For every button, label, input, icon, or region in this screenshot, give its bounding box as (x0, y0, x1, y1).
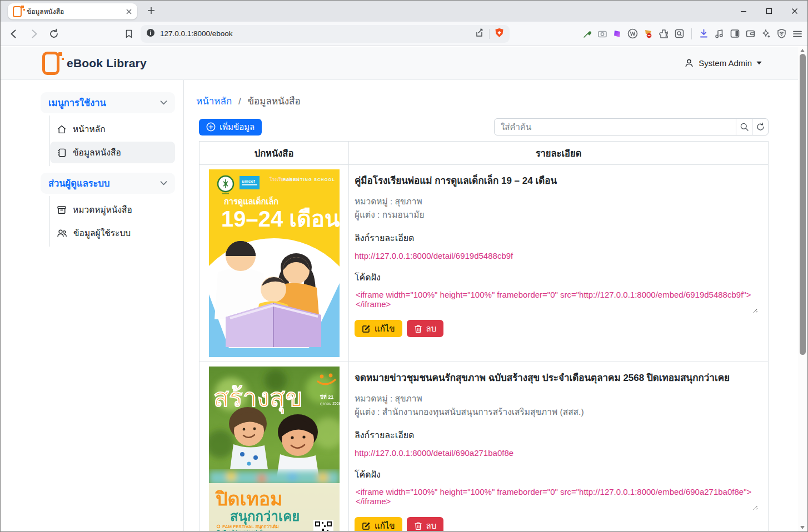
browser-toolbar: 127.0.0.1:8000/ebook (1, 22, 807, 46)
breadcrumb-home-link[interactable]: หน้าหลัก (196, 96, 232, 107)
section-label: เมนูการใช้งาน (48, 96, 106, 110)
maximize-button[interactable] (756, 1, 782, 22)
url-bar[interactable]: 127.0.0.1:8000/ebook (141, 25, 510, 43)
svg-text:ปิดเทอม: ปิดเทอม (215, 488, 282, 509)
edit-button[interactable]: แก้ไข (355, 517, 402, 531)
svg-text:เรียนรู้ผ่านแพลตฟอร์ม SHARE&CA: เรียนรู้ผ่านแพลตฟอร์ม SHARE&CARE (222, 529, 298, 531)
window-controls (731, 1, 807, 22)
pencil-square-icon (362, 324, 371, 333)
add-record-button[interactable]: เพิ่มข้อมูล (199, 119, 262, 135)
svg-text:unicef: unicef (242, 179, 255, 184)
brave-shield-icon[interactable] (495, 28, 504, 40)
site-info-icon[interactable] (146, 28, 155, 39)
user-menu[interactable]: System Admin (684, 58, 762, 68)
user-name: System Admin (699, 58, 752, 68)
sidebar-item-label: ข้อมูลผู้ใช้ระบบ (73, 226, 131, 240)
close-button[interactable] (782, 1, 807, 22)
sidebar-item-books[interactable]: ข้อมูลหนังสือ (50, 142, 175, 163)
scroll-up-icon[interactable] (800, 49, 805, 52)
bookmark-icon[interactable] (124, 29, 134, 39)
sidebar-toggle-icon[interactable] (730, 28, 740, 39)
delete-label: ลบ (426, 322, 437, 335)
reload-icon[interactable] (48, 28, 59, 39)
browser-tab[interactable]: ข้อมูลหนังสือ (8, 3, 137, 19)
tab-title: ข้อมูลหนังสือ (27, 6, 121, 17)
embed-label: โค้ดฝัง (355, 468, 760, 481)
search-group (494, 118, 769, 135)
embed-code-textarea[interactable]: <iframe width="100%" height="100%" frame… (355, 289, 758, 313)
vertical-scrollbar[interactable] (798, 47, 807, 531)
section-label: ส่วนผู้ดูแลระบบ (48, 176, 109, 190)
new-tab-button[interactable] (146, 6, 156, 16)
home-icon (57, 124, 67, 134)
breadcrumb: หน้าหลัก / ข้อมูลหนังสือ (196, 93, 769, 108)
link-label: ลิงก์รายละเอียด (355, 428, 760, 442)
svg-text:PARENTING SCHOOL: PARENTING SCHOOL (283, 177, 335, 182)
column-header-details: รายละเอียด (349, 142, 769, 165)
menu-icon[interactable] (792, 28, 803, 39)
column-header-cover: ปกหนังสือ (199, 142, 349, 165)
divider (691, 28, 692, 39)
blocked-extension-icon[interactable] (643, 28, 654, 39)
users-icon (57, 228, 67, 238)
url-text[interactable]: 127.0.0.1:8000/ebook (160, 29, 469, 38)
scroll-down-icon[interactable] (800, 526, 805, 529)
svg-text:สร้างสุข: สร้างสุข (213, 383, 303, 414)
forward-icon[interactable] (28, 28, 39, 39)
extension-icons (582, 28, 807, 39)
edit-label: แก้ไข (375, 519, 395, 531)
tab-close-icon[interactable] (126, 8, 132, 15)
edit-button[interactable]: แก้ไข (355, 320, 402, 337)
delete-button[interactable]: ลบ (407, 320, 444, 337)
reader-search-icon[interactable] (674, 28, 685, 39)
wallet-icon[interactable] (745, 28, 756, 39)
brand[interactable]: eBook Library (42, 52, 147, 75)
book-category: หมวดหมู่ : สุขภาพ (355, 392, 760, 405)
chevron-down-icon (160, 181, 167, 185)
purple-extension-icon[interactable] (612, 29, 622, 39)
detail-link[interactable]: http://127.0.0.1:8000/detail/6919d5488cb… (355, 251, 513, 260)
search-input[interactable] (494, 118, 736, 135)
leo-ai-icon[interactable] (761, 28, 771, 39)
sidebar-submenu: หน้าหลัก ข้อมูลหนังสือ (49, 116, 175, 166)
vpn-shield-icon[interactable] (776, 28, 787, 39)
plus-circle-icon (206, 122, 216, 132)
sidebar-item-categories[interactable]: หมวดหมู่หนังสือ (50, 199, 175, 220)
screenshot-icon[interactable] (597, 29, 607, 39)
media-icon[interactable] (714, 28, 725, 39)
sidebar-item-label: หมวดหมู่หนังสือ (73, 203, 132, 217)
sidebar-section-usage[interactable]: เมนูการใช้งาน (41, 92, 175, 113)
back-icon[interactable] (8, 28, 19, 39)
sidebar-item-users[interactable]: ข้อมูลผู้ใช้ระบบ (50, 222, 175, 244)
page-viewport: eBook Library System Admin เมนูการใช้งาน… (1, 47, 807, 531)
book-detail-cell: จดหมายข่าวชุมชนคนรักสุขภาพ ฉบับสร้างสุข … (349, 362, 769, 531)
browser-window: ข้อมูลหนังสือ (0, 0, 808, 532)
extensions-puzzle-icon[interactable] (659, 28, 669, 39)
svg-text:FAM FESTIVAL สนุกกว่าเดิม: FAM FESTIVAL สนุกกว่าเดิม (222, 524, 279, 530)
color-picker-icon[interactable] (582, 29, 592, 39)
sidebar-item-home[interactable]: หน้าหลัก (50, 118, 175, 140)
search-button[interactable] (736, 118, 752, 135)
book-title: คู่มือโรงเรียนพ่อแม่ การดูแลเด็กเล็ก 19 … (355, 173, 760, 188)
link-label: ลิงก์รายละเอียด (355, 231, 760, 245)
share-icon[interactable] (474, 28, 484, 40)
svg-text:ตุลาคม 2568: ตุลาคม 2568 (320, 401, 340, 406)
delete-button[interactable]: ลบ (407, 517, 444, 531)
book-cover-image[interactable]: สร้างสุข ปีที่ 21 ตุลาคม 2568 (209, 367, 340, 531)
add-record-label: เพิ่มข้อมูล (220, 121, 255, 134)
breadcrumb-current: ข้อมูลหนังสือ (248, 96, 301, 107)
w-extension-icon[interactable] (627, 28, 638, 39)
sidebar-section-admin[interactable]: ส่วนผู้ดูแลระบบ (41, 173, 175, 194)
book-cover-image[interactable]: unicef โรงเรียนพ่อแม่ PARENTING SCHOOL ก… (209, 169, 340, 357)
trash-icon (414, 324, 422, 333)
svg-text:ปีที่ 21: ปีที่ 21 (319, 393, 333, 400)
minimize-button[interactable] (731, 1, 756, 22)
refresh-button[interactable] (752, 118, 769, 135)
refresh-icon (756, 122, 765, 132)
downloads-icon[interactable] (699, 28, 709, 39)
book-cover-cell: unicef โรงเรียนพ่อแม่ PARENTING SCHOOL ก… (199, 165, 349, 362)
embed-code-textarea[interactable]: <iframe width="100%" height="100%" frame… (355, 486, 758, 510)
scrollbar-thumb[interactable] (800, 54, 806, 355)
detail-link[interactable]: http://127.0.0.1:8000/detail/690a271ba0f… (355, 448, 513, 458)
book-cover-cell: สร้างสุข ปีที่ 21 ตุลาคม 2568 (199, 362, 349, 531)
